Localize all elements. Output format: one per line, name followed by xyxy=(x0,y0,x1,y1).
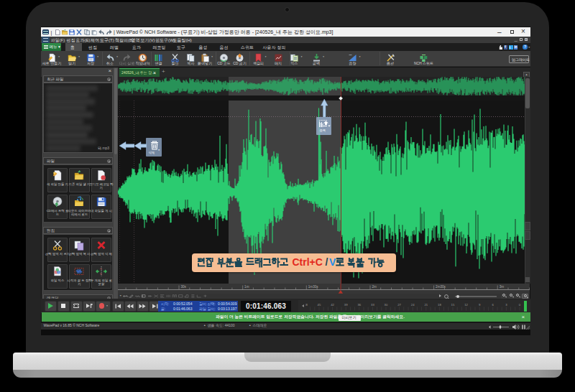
svg-text:48: 48 xyxy=(305,303,308,307)
svg-text:9: 9 xyxy=(479,303,481,307)
svg-text:2m30s: 2m30s xyxy=(436,284,446,288)
svg-text:3: 3 xyxy=(505,303,507,307)
svg-text:21: 21 xyxy=(424,303,428,307)
svg-text:/: / xyxy=(326,258,328,268)
svg-text:42: 42 xyxy=(331,303,334,307)
svg-text:18: 18 xyxy=(438,303,441,307)
svg-text:27: 27 xyxy=(397,303,401,307)
svg-text:0: 0 xyxy=(519,303,521,307)
svg-text:30s: 30s xyxy=(181,284,187,288)
svg-text:15: 15 xyxy=(451,303,455,307)
svg-text:36: 36 xyxy=(357,303,361,307)
svg-text:1m30s: 1m30s xyxy=(308,284,318,288)
svg-text:30: 30 xyxy=(385,303,388,307)
svg-text:12: 12 xyxy=(464,303,468,307)
svg-text:Ctrl+C: Ctrl+C xyxy=(293,258,323,268)
svg-text:24: 24 xyxy=(411,303,415,307)
svg-text:6: 6 xyxy=(492,303,494,307)
svg-text:39: 39 xyxy=(344,303,348,307)
svg-text:V: V xyxy=(329,258,336,268)
svg-text:3m: 3m xyxy=(500,284,505,288)
svg-text:1m: 1m xyxy=(244,284,249,288)
svg-text:45: 45 xyxy=(318,303,321,307)
svg-text:33: 33 xyxy=(371,303,374,307)
svg-text:2m: 2m xyxy=(372,284,377,288)
